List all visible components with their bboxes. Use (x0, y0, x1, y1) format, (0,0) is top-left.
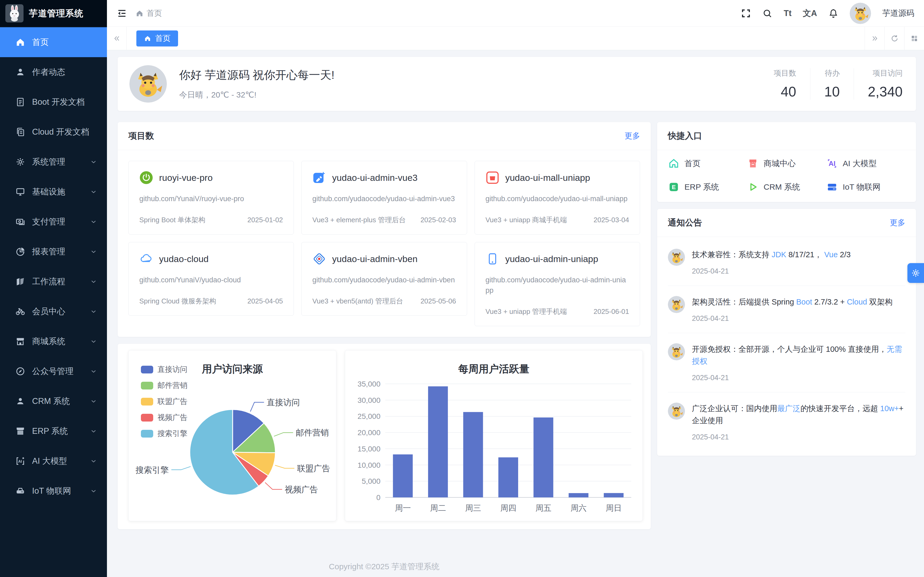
notice-item[interactable]: 技术兼容性：系统支持 JDK 8/17/21， Vue 2/3 2025-04-… (668, 239, 905, 285)
project-repo[interactable]: github.com/YunaiV/yudao-cloud (139, 275, 283, 285)
sidebar-item-mall[interactable]: 商城系统 (0, 326, 107, 356)
mall-icon (747, 158, 759, 169)
legend-item[interactable]: 搜索引擎 (141, 429, 187, 438)
username[interactable]: 芋道源码 (882, 8, 914, 19)
sidebar-item-label: Cloud 开发文档 (32, 126, 97, 137)
project-repo[interactable]: github.com/yudaocode/yudao-ui-admin-unia… (486, 275, 629, 296)
sidebar-item-member[interactable]: 会员中心 (0, 297, 107, 326)
sidebar-item-iot[interactable]: IoT 物联网 (0, 476, 107, 506)
project-name: yudao-ui-mall-uniapp (505, 172, 590, 183)
search-icon[interactable] (762, 8, 772, 18)
quick-label: CRM 系统 (764, 182, 800, 193)
legend-swatch (141, 398, 153, 406)
project-repo[interactable]: github.com/yudaocode/yudao-ui-admin-vben (312, 275, 456, 285)
svg-text:AI: AI (829, 160, 835, 167)
sidebar-item-author[interactable]: 作者动态 (0, 57, 107, 87)
sidebar-item-pay[interactable]: 支付管理 (0, 207, 107, 237)
stat-value: 2,340 (868, 84, 903, 100)
quick-item-mall[interactable]: 商城中心 (747, 158, 826, 169)
project-date: 2025-02-03 (420, 216, 456, 224)
sidebar-item-crm[interactable]: CRM 系统 (0, 386, 107, 416)
stat-todo: 待办 10 (810, 68, 854, 100)
page-content: 你好 芋道源码 祝你开心每一天! 今日晴，20℃ - 32℃! 项目数 40 待… (107, 50, 924, 577)
top-navbar: 首页 Tt 文A 芋道源码 (107, 0, 924, 27)
breadcrumb[interactable]: 首页 (135, 8, 162, 19)
legend-swatch (141, 382, 153, 390)
legend-item[interactable]: 视频广告 (141, 413, 187, 422)
quick-item-ai[interactable]: AI AI 大模型 (826, 158, 905, 169)
legend-item[interactable]: 联盟广告 (141, 396, 187, 406)
refresh-icon[interactable] (884, 27, 904, 50)
copy-document-icon (15, 127, 26, 137)
sidebar-item-cloud-doc[interactable]: Cloud 开发文档 (0, 117, 107, 147)
project-date: 2025-05-06 (420, 297, 456, 305)
sidebar-item-erp[interactable]: ERP 系统 (0, 416, 107, 446)
bar-chart[interactable]: 05,00010,00015,00020,00025,00030,00035,0… (345, 377, 643, 516)
font-size-icon[interactable]: Tt (783, 8, 792, 18)
project-card-admin-vue3[interactable]: yudao-ui-admin-vue3 github.com/yudaocode… (301, 161, 467, 235)
bell-icon[interactable] (828, 8, 838, 18)
sidebar-item-mp[interactable]: 公众号管理 (0, 356, 107, 386)
store-icon (15, 426, 26, 437)
quick-label: ERP 系统 (685, 182, 719, 193)
legend-item[interactable]: 直接访问 (141, 364, 187, 374)
main-area: 首页 Tt 文A 芋道源码 首页 你好 芋道源码 祝你开心每一 (107, 0, 924, 577)
sidebar-item-label: ERP 系统 (32, 425, 90, 437)
tab-home[interactable]: 首页 (136, 31, 178, 47)
notice-title: 技术兼容性：系统支持 JDK 8/17/21， Vue 2/3 (692, 249, 851, 261)
project-desc: Vue3 + uniapp 管理手机端 (486, 307, 567, 316)
chevron-down-icon (90, 338, 97, 345)
project-card-ruoyi-vue-pro[interactable]: ruoyi-vue-pro github.com/YunaiV/ruoyi-vu… (128, 161, 294, 235)
chevron-double-right-icon[interactable] (865, 27, 884, 50)
greeting-stats: 项目数 40 待办 10 项目访问 2,340 (760, 68, 904, 100)
sidebar-item-infra[interactable]: 基础设施 (0, 177, 107, 207)
project-desc: Vue3 + element-plus 管理后台 (312, 215, 405, 225)
project-card-admin-vben[interactable]: yudao-ui-admin-vben github.com/yudaocode… (301, 242, 467, 316)
vben-icon (312, 252, 326, 266)
quick-item-crm[interactable]: CRM 系统 (747, 181, 826, 193)
quick-item-home[interactable]: 首页 (668, 158, 747, 169)
notice-date: 2025-04-21 (692, 374, 905, 382)
chevron-down-icon (90, 218, 97, 226)
project-card-mall-uniapp[interactable]: yudao-ui-mall-uniapp github.com/yudaocod… (475, 161, 640, 235)
bar-chart-card: 每周用户活跃量 05,00010,00015,00020,00025,00030… (345, 350, 643, 521)
notices-more-link[interactable]: 更多 (890, 218, 905, 228)
project-repo[interactable]: github.com/YunaiV/ruoyi-vue-pro (139, 193, 283, 204)
bicycle-icon (15, 306, 26, 317)
settings-gear-button[interactable] (908, 263, 924, 283)
svg-text:25,000: 25,000 (357, 413, 380, 421)
svg-text:20,000: 20,000 (357, 429, 380, 437)
sidebar-item-system[interactable]: 系统管理 (0, 147, 107, 177)
projects-more-link[interactable]: 更多 (625, 131, 640, 141)
chevron-double-left-icon[interactable] (107, 27, 127, 50)
phone-icon (486, 252, 499, 266)
fullscreen-icon[interactable] (741, 8, 751, 18)
gear-icon (911, 268, 921, 278)
menu-collapse-icon[interactable] (116, 8, 127, 19)
legend-swatch (141, 366, 153, 374)
svg-text:35,000: 35,000 (357, 380, 380, 388)
layout-grid-icon[interactable] (904, 27, 924, 50)
user-avatar[interactable] (850, 3, 871, 24)
sidebar-item-boot-doc[interactable]: Boot 开发文档 (0, 87, 107, 117)
project-name: yudao-ui-admin-uniapp (505, 254, 598, 264)
quick-item-erp[interactable]: E ERP 系统 (668, 181, 747, 193)
sidebar-item-home[interactable]: 首页 (0, 27, 107, 57)
sidebar-item-workflow[interactable]: 工作流程 (0, 267, 107, 297)
project-card-admin-uniapp[interactable]: yudao-ui-admin-uniapp github.com/yudaoco… (475, 242, 640, 326)
notice-title: 广泛企业认可：国内使用最广泛的快速开发平台，远超 10w++ 企业使用 (692, 403, 905, 427)
project-date: 2025-04-05 (247, 297, 283, 305)
iot-icon (826, 181, 838, 193)
project-repo[interactable]: github.com/yudaocode/yudao-ui-mall-uniap… (486, 193, 629, 204)
notice-date: 2025-04-21 (692, 314, 892, 323)
project-repo[interactable]: github.com/yudaocode/yudao-ui-admin-vue3 (312, 193, 456, 204)
quick-item-iot[interactable]: IoT 物联网 (826, 181, 905, 193)
sidebar-item-report[interactable]: 报表管理 (0, 237, 107, 267)
notice-item[interactable]: 架构灵活性：后端提供 Spring Boot 2.7/3.2 + Cloud 双… (668, 285, 905, 333)
locale-icon[interactable]: 文A (803, 8, 817, 18)
notice-item[interactable]: 开源免授权：全部开源，个人与企业可 100% 直接使用，无需授权 2025-04… (668, 333, 905, 392)
legend-item[interactable]: 邮件营销 (141, 380, 187, 390)
project-card-yudao-cloud[interactable]: yudao-cloud github.com/YunaiV/yudao-clou… (128, 242, 294, 316)
notice-item[interactable]: 广泛企业认可：国内使用最广泛的快速开发平台，远超 10w++ 企业使用 2025… (668, 392, 905, 451)
sidebar-item-ai[interactable]: AI AI 大模型 (0, 446, 107, 476)
